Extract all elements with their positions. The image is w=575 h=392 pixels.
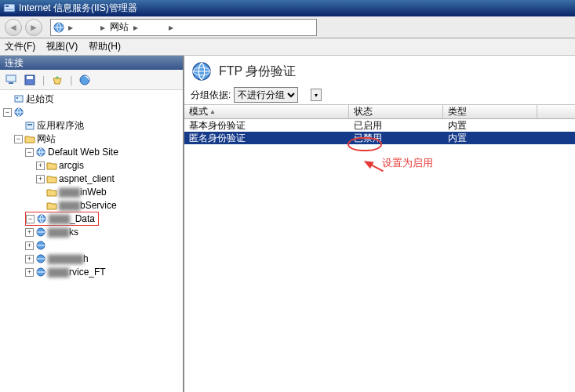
folder-icon bbox=[46, 187, 57, 198]
tree-site-blur-2[interactable]: + bbox=[3, 239, 181, 252]
back-button[interactable]: ◄ bbox=[5, 19, 22, 36]
breadcrumb-sep: ▸ bbox=[68, 22, 73, 33]
connections-toolbar: | | bbox=[0, 70, 183, 90]
menubar: 文件(F) 视图(V) 帮助(H) bbox=[0, 38, 575, 56]
expand-icon[interactable]: + bbox=[36, 175, 45, 183]
svg-rect-9 bbox=[15, 96, 23, 102]
connections-tree[interactable]: 起始页 − 应用程序池 − 网站 − bbox=[0, 90, 183, 392]
tree-folder-arcgis[interactable]: + arcgis bbox=[3, 159, 181, 172]
menu-help[interactable]: 帮助(H) bbox=[89, 40, 121, 53]
folder-icon bbox=[46, 160, 57, 171]
server-icon bbox=[13, 107, 24, 118]
tree-sites[interactable]: − 网站 bbox=[3, 132, 181, 145]
expand-icon[interactable]: + bbox=[25, 268, 34, 277]
folder-icon bbox=[46, 200, 57, 211]
pool-icon bbox=[24, 120, 35, 131]
svg-rect-7 bbox=[27, 76, 33, 79]
globe-icon bbox=[35, 227, 46, 238]
server-icon bbox=[53, 21, 65, 34]
ftp-auth-icon bbox=[191, 60, 213, 82]
navbar: ◄ ► ▸ ▸ 网站 ▸ ▸ bbox=[0, 16, 575, 38]
group-by-select[interactable]: 不进行分组 bbox=[234, 87, 298, 103]
breadcrumb-site[interactable] bbox=[141, 22, 166, 33]
forward-button[interactable]: ► bbox=[25, 19, 42, 36]
collapse-icon[interactable]: − bbox=[25, 148, 34, 157]
svg-rect-0 bbox=[4, 4, 15, 12]
column-status[interactable]: 状态 bbox=[349, 105, 443, 118]
svg-rect-13 bbox=[27, 124, 32, 125]
globe-icon bbox=[35, 240, 46, 251]
group-by-dropdown-icon[interactable]: ▾ bbox=[311, 89, 322, 101]
toolbar-sep: | bbox=[70, 74, 72, 85]
svg-rect-2 bbox=[5, 9, 13, 10]
expand-icon[interactable]: + bbox=[36, 162, 45, 170]
group-by-bar: 分组依据: 不进行分组 ▾ bbox=[184, 85, 575, 105]
globe-icon bbox=[35, 253, 46, 264]
sort-asc-icon: ▲ bbox=[209, 108, 216, 115]
window-title: Internet 信息服务(IIS)管理器 bbox=[19, 2, 137, 15]
expand-icon[interactable]: + bbox=[25, 228, 34, 237]
content-panel: FTP 身份验证 分组依据: 不进行分组 ▾ 模式▲ 状态 类型 基本身份验证 … bbox=[184, 56, 575, 392]
save-icon[interactable] bbox=[24, 74, 36, 86]
home-icon bbox=[13, 93, 24, 104]
breadcrumb-sep: ▸ bbox=[169, 22, 173, 33]
content-header: FTP 身份验证 bbox=[184, 56, 575, 85]
tree-site-default[interactable]: − Default Web Site bbox=[3, 146, 181, 158]
svg-rect-10 bbox=[16, 97, 18, 99]
tree-site-blur-3[interactable]: + ▇▇▇▇▇h bbox=[3, 252, 181, 265]
iis-icon bbox=[3, 2, 16, 15]
folder-icon bbox=[46, 173, 57, 184]
breadcrumb-sep: ▸ bbox=[133, 22, 138, 33]
toolbar-sep: | bbox=[42, 74, 45, 85]
tree-site-data[interactable]: − ▇▇▇_Data bbox=[3, 212, 181, 225]
tree-site-blur-4[interactable]: + ▇▇▇rvice_FT bbox=[3, 266, 181, 278]
connect-icon[interactable] bbox=[5, 74, 17, 86]
breadcrumb-sep: ▸ bbox=[100, 22, 105, 33]
collapse-icon[interactable]: − bbox=[3, 108, 12, 117]
svg-rect-4 bbox=[6, 75, 16, 82]
collapse-icon[interactable]: − bbox=[14, 135, 23, 143]
column-mode[interactable]: 模式▲ bbox=[184, 105, 349, 118]
annotation-text: 设置为启用 bbox=[382, 156, 433, 170]
collapse-icon[interactable]: − bbox=[26, 215, 35, 223]
menu-file[interactable]: 文件(F) bbox=[5, 40, 35, 53]
tree-server[interactable]: − bbox=[3, 106, 181, 118]
list-row-basic-auth[interactable]: 基本身份验证 已启用 内置 bbox=[184, 119, 575, 132]
folder-icon bbox=[24, 133, 35, 144]
tree-app-pools[interactable]: 应用程序池 bbox=[3, 119, 181, 132]
tree-folder-aspnet[interactable]: + aspnet_client bbox=[3, 172, 181, 185]
annotation-arrow-icon bbox=[362, 158, 373, 169]
expand-icon[interactable]: + bbox=[25, 255, 34, 263]
globe-icon bbox=[35, 267, 46, 278]
breadcrumb-server[interactable] bbox=[76, 22, 97, 33]
list-row-anon-auth[interactable]: 匿名身份验证 已禁用 内置 bbox=[184, 132, 575, 144]
connections-panel: 连接 | | 起始页 − bbox=[0, 56, 184, 392]
column-type[interactable]: 类型 bbox=[443, 105, 537, 118]
content-title: FTP 身份验证 bbox=[219, 64, 296, 80]
list-header: 模式▲ 状态 类型 bbox=[184, 105, 575, 119]
tree-folder-blur-2[interactable]: ▇▇▇bService bbox=[3, 199, 181, 212]
connections-header: 连接 bbox=[0, 56, 183, 70]
auth-list: 基本身份验证 已启用 内置 匿名身份验证 已禁用 内置 bbox=[184, 119, 575, 144]
svg-rect-1 bbox=[5, 5, 9, 7]
tree-start-page[interactable]: 起始页 bbox=[3, 93, 181, 105]
up-icon[interactable] bbox=[51, 74, 64, 86]
tree-site-blur-1[interactable]: + ▇▇▇ks bbox=[3, 226, 181, 238]
expand-icon[interactable]: + bbox=[25, 241, 34, 250]
refresh-icon[interactable] bbox=[78, 74, 91, 86]
globe-icon bbox=[36, 213, 47, 224]
window-titlebar: Internet 信息服务(IIS)管理器 bbox=[0, 0, 575, 16]
group-by-label: 分组依据: bbox=[191, 89, 231, 102]
globe-icon bbox=[35, 147, 46, 158]
menu-view[interactable]: 视图(V) bbox=[46, 40, 78, 53]
breadcrumb[interactable]: ▸ ▸ 网站 ▸ ▸ bbox=[50, 19, 317, 36]
breadcrumb-sites[interactable]: 网站 bbox=[108, 20, 130, 34]
tree-folder-blur-1[interactable]: ▇▇▇inWeb bbox=[3, 186, 181, 198]
svg-rect-5 bbox=[9, 82, 13, 84]
svg-rect-12 bbox=[26, 122, 34, 129]
